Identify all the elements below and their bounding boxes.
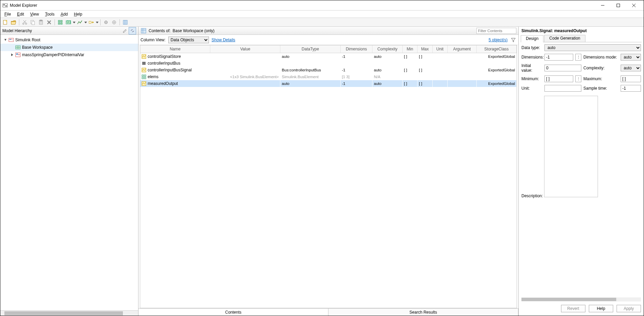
sample-time-input[interactable]: [621, 85, 641, 92]
minimum-more-icon[interactable]: ⋮: [575, 75, 581, 82]
tree-node[interactable]: Base Workspace: [0, 44, 138, 51]
variable-icon[interactable]: 010: [65, 19, 72, 26]
hierarchy-tree[interactable]: Simulink RootBase WorkspacemassSpringDam…: [0, 35, 138, 310]
description-textarea[interactable]: [544, 96, 598, 197]
delete-icon[interactable]: [45, 19, 53, 26]
table-row[interactable]: elems<1x3 Simulink.BusElement>Simulink.B…: [140, 73, 517, 80]
dropdown-icon[interactable]: [96, 21, 99, 24]
menu-edit[interactable]: Edit: [14, 11, 27, 17]
dropdown-icon[interactable]: [84, 21, 87, 24]
columns-icon[interactable]: [122, 19, 129, 26]
column-view-select[interactable]: Data Objects: [168, 37, 209, 43]
table-row[interactable]: controlSignalStoreauto-1auto[ ][ ]Export…: [140, 53, 517, 60]
tree-node[interactable]: Simulink Root: [0, 36, 138, 44]
minimum-input[interactable]: [544, 75, 573, 82]
dimensions-mode-select[interactable]: auto: [621, 54, 641, 61]
dimensions-more-icon[interactable]: ⋮: [575, 54, 581, 61]
contents-table[interactable]: NameValueDataTypeDimensionsComplexityMin…: [140, 45, 517, 308]
paste-icon[interactable]: [37, 19, 45, 26]
filter-contents-input[interactable]: [476, 28, 516, 34]
column-header[interactable]: Value: [210, 45, 280, 53]
gear-icon[interactable]: [102, 19, 110, 26]
svg-rect-19: [58, 20, 60, 22]
table-row[interactable]: controllerInputBus: [140, 60, 517, 67]
column-header[interactable]: Min: [402, 45, 417, 53]
tree-toggle-icon[interactable]: [3, 38, 8, 42]
column-header[interactable]: DataType: [280, 45, 340, 53]
table-row[interactable]: controllerInputBusSignalBus:controllerIn…: [140, 67, 517, 73]
link-icon[interactable]: [129, 27, 136, 35]
table-cell: [ ]: [402, 53, 417, 60]
edit-icon[interactable]: [121, 27, 129, 35]
close-button[interactable]: [626, 0, 642, 10]
menu-tools[interactable]: Tools: [42, 11, 57, 17]
table-cell: [210, 80, 280, 87]
revert-button[interactable]: Revert: [561, 305, 585, 312]
unit-input[interactable]: [544, 85, 581, 92]
column-header[interactable]: Argument: [447, 45, 476, 53]
show-details-link[interactable]: Show Details: [212, 38, 235, 42]
minimize-button[interactable]: [595, 0, 610, 10]
menu-help[interactable]: Help: [71, 11, 85, 17]
svg-rect-46: [16, 53, 18, 55]
column-header[interactable]: Complexity: [372, 45, 403, 53]
svg-rect-59: [142, 77, 144, 79]
signal-chart-icon[interactable]: [76, 19, 84, 26]
tab-code-generation[interactable]: Code Generation: [544, 35, 585, 42]
tree-toggle-icon[interactable]: [10, 45, 15, 50]
help-button[interactable]: Help: [589, 305, 613, 312]
table-cell: [340, 60, 372, 67]
column-header[interactable]: Max: [417, 45, 432, 53]
tree-toggle-icon[interactable]: [10, 52, 15, 57]
right-horizontal-scrollbar[interactable]: [521, 297, 641, 301]
table-cell: [447, 60, 476, 67]
column-view-row: Column View: Data Objects Show Details 5…: [138, 35, 518, 45]
column-header[interactable]: Name: [140, 45, 210, 53]
filter-icon[interactable]: [510, 37, 516, 43]
flow-icon[interactable]: [88, 19, 95, 26]
column-header[interactable]: Dimensions: [340, 45, 372, 53]
maximize-button[interactable]: [610, 0, 626, 10]
window-title: Model Explorer: [10, 3, 37, 8]
cut-icon[interactable]: [21, 19, 28, 26]
table-cell: -1: [340, 53, 372, 60]
svg-point-32: [106, 22, 107, 23]
svg-rect-4: [617, 4, 620, 7]
signal-icon: [142, 54, 146, 59]
table-cell: auto: [372, 67, 403, 73]
initial-value-input[interactable]: [544, 65, 581, 71]
new-model-icon[interactable]: [2, 19, 9, 26]
datatype-select[interactable]: auto: [544, 44, 641, 51]
contents-header: Contents of: Base Workspace (only): [138, 27, 518, 35]
grid-view-icon[interactable]: [57, 19, 64, 26]
table-cell: [476, 60, 516, 67]
object-count-link[interactable]: 5 object(s): [489, 38, 508, 42]
target-icon[interactable]: [110, 19, 118, 26]
tab-search-results[interactable]: Search Results: [328, 309, 518, 316]
dimensions-label: Dimensions:: [521, 55, 542, 60]
tree-node[interactable]: massSpringDamperPIDInternalVar: [0, 51, 138, 59]
maximum-input[interactable]: [621, 75, 641, 82]
complexity-label: Complexity:: [583, 66, 619, 70]
table-row[interactable]: measuredOutputauto-1auto[ ][ ]ExportedGl…: [140, 80, 517, 87]
copy-icon[interactable]: [29, 19, 37, 26]
dimensions-input[interactable]: [544, 54, 573, 61]
tab-design[interactable]: Design: [521, 35, 543, 42]
svg-rect-40: [9, 39, 11, 40]
right-pane: Simulink.Signal: measuredOutput Design C…: [518, 27, 644, 316]
menu-add[interactable]: Add: [58, 11, 70, 17]
table-cell: [417, 60, 432, 67]
menu-file[interactable]: File: [2, 11, 14, 17]
open-icon[interactable]: [10, 19, 17, 26]
dropdown-icon[interactable]: [73, 21, 76, 24]
complexity-select[interactable]: auto: [621, 65, 641, 71]
column-header[interactable]: Unit: [432, 45, 447, 53]
left-pane: Model Hierarchy Simulink RootBase Worksp…: [0, 27, 138, 316]
tab-contents[interactable]: Contents: [138, 309, 328, 316]
menu-view[interactable]: View: [27, 11, 42, 17]
table-cell: [372, 60, 403, 67]
apply-button[interactable]: Apply: [617, 305, 641, 312]
column-header[interactable]: StorageClass: [476, 45, 516, 53]
horizontal-scrollbar[interactable]: [0, 310, 138, 316]
table-cell: [417, 73, 432, 80]
